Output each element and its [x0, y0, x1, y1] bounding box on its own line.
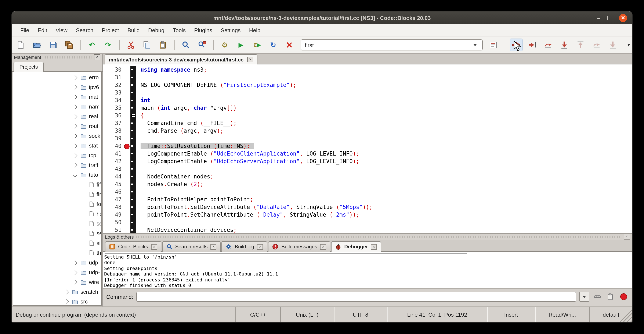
menu-help[interactable]: Help	[245, 26, 265, 35]
breakpoint-margin[interactable]	[124, 211, 130, 219]
undo-button[interactable]: ↶	[86, 39, 98, 51]
incremental-search-combo[interactable]: first	[300, 40, 483, 51]
logs-tab-debugger[interactable]: Debugger×	[331, 241, 381, 252]
chevron-right-icon[interactable]	[72, 114, 78, 119]
tree-item-tuto[interactable]: tuto	[13, 170, 101, 180]
close-button[interactable]: ✕	[619, 14, 627, 22]
breakpoint-margin[interactable]	[124, 203, 130, 211]
tree-item-se[interactable]: se	[13, 219, 101, 228]
save-button[interactable]	[46, 39, 59, 51]
chevron-right-icon[interactable]	[72, 85, 78, 90]
fold-margin[interactable]	[130, 188, 136, 196]
breakpoint-margin[interactable]	[124, 127, 130, 135]
tab-projects[interactable]: Projects	[14, 62, 44, 72]
find-button[interactable]	[180, 39, 192, 51]
fold-margin[interactable]	[130, 89, 136, 97]
fold-margin[interactable]	[130, 66, 136, 74]
tree-item-sock[interactable]: sock	[13, 131, 101, 141]
menu-project[interactable]: Project	[98, 26, 123, 35]
breakpoint-margin[interactable]	[124, 66, 130, 74]
toolbar-overflow-button[interactable]: ▾	[622, 39, 632, 51]
cut-button[interactable]	[124, 39, 137, 51]
fold-margin[interactable]	[130, 112, 136, 120]
fold-margin[interactable]	[130, 150, 136, 158]
editor-tab-close-icon[interactable]: ×	[247, 57, 253, 62]
breakpoint-margin[interactable]	[124, 81, 130, 89]
breakpoint-margin[interactable]	[124, 150, 130, 158]
replace-button[interactable]	[196, 39, 208, 51]
chevron-down-icon[interactable]	[472, 44, 478, 46]
save-all-button[interactable]	[63, 39, 75, 51]
fold-margin[interactable]	[130, 173, 136, 181]
chevron-right-icon[interactable]	[64, 299, 69, 304]
run-button[interactable]: ▶	[234, 39, 247, 51]
menu-plugins[interactable]: Plugins	[190, 26, 216, 35]
tree-item-nam[interactable]: nam	[13, 102, 101, 112]
tree-item-src[interactable]: src	[13, 297, 101, 305]
maximize-button[interactable]	[607, 16, 612, 20]
chevron-right-icon[interactable]	[72, 75, 78, 80]
abort-build-button[interactable]	[283, 39, 296, 51]
tree-item-fo[interactable]: fo	[13, 199, 101, 209]
redo-button[interactable]: ↷	[102, 39, 114, 51]
fold-margin[interactable]	[130, 104, 136, 112]
fold-margin[interactable]	[130, 165, 136, 173]
tab-close-icon[interactable]: ×	[257, 244, 263, 249]
open-folder-button[interactable]	[30, 39, 43, 51]
rebuild-button[interactable]: ↻	[267, 39, 280, 51]
fold-margin[interactable]	[130, 211, 136, 219]
tree-item-th[interactable]: th	[13, 248, 101, 258]
step-into-button[interactable]	[558, 39, 571, 51]
command-dropdown-button[interactable]	[579, 292, 590, 302]
tree-item-wire[interactable]: wire	[13, 277, 101, 287]
fold-margin[interactable]	[130, 203, 136, 211]
new-file-button[interactable]	[14, 39, 27, 51]
run-to-cursor-button[interactable]	[526, 39, 538, 51]
fold-margin[interactable]	[130, 135, 136, 142]
menu-file[interactable]: File	[16, 26, 34, 35]
chevron-down-icon[interactable]	[72, 173, 78, 177]
next-instruction-button[interactable]	[590, 39, 603, 51]
tree-item-he[interactable]: he	[13, 209, 101, 219]
fold-margin[interactable]	[130, 74, 136, 81]
breakpoint-margin[interactable]	[124, 97, 130, 104]
chevron-right-icon[interactable]	[72, 260, 78, 265]
tree-item-udp[interactable]: udp	[13, 258, 101, 267]
menu-view[interactable]: View	[52, 26, 72, 35]
tree-item-scratch[interactable]: scratch	[13, 287, 101, 297]
chevron-right-icon[interactable]	[72, 104, 78, 109]
menu-debug[interactable]: Debug	[144, 26, 169, 35]
titlebar[interactable]: mnt/dev/tools/source/ns-3-dev/examples/t…	[12, 12, 632, 24]
tree-item-stat[interactable]: stat	[13, 141, 101, 150]
fold-margin[interactable]	[130, 81, 136, 89]
step-into-instruction-button[interactable]	[606, 39, 619, 51]
breakpoint-margin[interactable]	[124, 104, 130, 112]
editor-tab-first-cc[interactable]: mnt/dev/tools/source/ns-3-dev/examples/t…	[104, 54, 258, 65]
tree-item-fif[interactable]: fif	[13, 180, 101, 189]
breakpoint-margin[interactable]	[124, 135, 130, 142]
tree-item-six[interactable]: six	[13, 238, 101, 248]
build-button[interactable]: ⚙	[218, 39, 231, 51]
chevron-right-icon[interactable]	[64, 289, 69, 294]
copy-log-button[interactable]	[606, 292, 616, 302]
logs-close-icon[interactable]: ×	[624, 234, 630, 240]
paste-button[interactable]	[157, 39, 169, 51]
breakpoint-margin[interactable]	[124, 112, 130, 120]
menu-search[interactable]: Search	[72, 26, 98, 35]
tree-item-traffi[interactable]: traffi	[13, 160, 101, 170]
step-out-button[interactable]	[574, 39, 587, 51]
breakpoint-margin[interactable]	[124, 89, 130, 97]
fold-margin[interactable]	[130, 219, 136, 226]
fold-margin[interactable]	[130, 158, 136, 165]
menu-tools[interactable]: Tools	[168, 26, 190, 35]
next-line-button[interactable]	[542, 39, 555, 51]
fold-margin[interactable]	[130, 120, 136, 127]
chevron-right-icon[interactable]	[72, 143, 78, 148]
command-input[interactable]	[136, 292, 576, 302]
fold-margin[interactable]	[130, 127, 136, 135]
copy-button[interactable]	[140, 39, 153, 51]
logs-tab-build-messages[interactable]: Build messages×	[268, 241, 330, 252]
fold-margin[interactable]	[130, 142, 136, 150]
tree-item-erro[interactable]: erro	[13, 73, 101, 82]
select-target-button[interactable]	[487, 39, 500, 51]
